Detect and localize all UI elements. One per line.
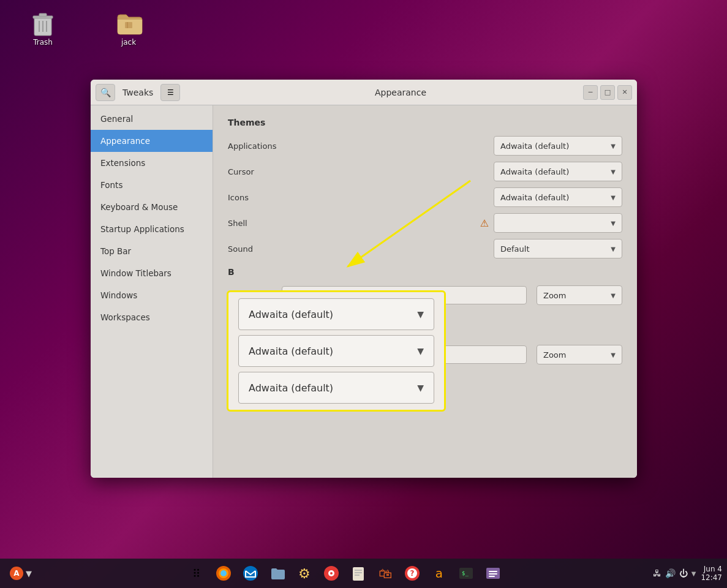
svg-text:?: ? xyxy=(410,569,414,578)
highlight-dropdown-1-arrow: ▼ xyxy=(417,309,424,319)
time-display: Jun 4 xyxy=(701,565,722,573)
window-body: General Appearance Extensions Fonts Keyb… xyxy=(91,105,637,478)
shell-dropdown-arrow: ▼ xyxy=(611,220,616,227)
maximize-button[interactable]: □ xyxy=(600,85,615,100)
network-icon: 🖧 xyxy=(653,568,661,578)
svg-text:$_: $_ xyxy=(462,570,469,576)
highlight-dropdown-2-value: Adwaita (default) xyxy=(249,345,333,357)
sidebar-item-general[interactable]: General xyxy=(91,108,213,130)
content-area: Themes Applications Adwaita (default) ▼ … xyxy=(213,105,637,478)
title-bar-left: 🔍 Tweaks ☰ xyxy=(96,84,218,101)
tweaks-title: Tweaks xyxy=(118,88,158,97)
software-button[interactable]: 🛍 xyxy=(373,561,397,586)
window-title: Appearance xyxy=(218,88,583,97)
title-bar: 🔍 Tweaks ☰ Appearance ─ □ ✕ xyxy=(91,80,637,105)
settings-button[interactable]: ⚙ xyxy=(292,561,317,586)
highlight-dropdown-3-value: Adwaita (default) xyxy=(249,382,333,394)
adjustment-dropdown-arrow: ▼ xyxy=(611,292,616,299)
adjustment-value: Zoom xyxy=(543,291,566,300)
clock: Jun 4 12:47 xyxy=(701,565,722,582)
tweaks-window: 🔍 Tweaks ☰ Appearance ─ □ ✕ General Appe… xyxy=(91,80,637,478)
sound-value: Default xyxy=(500,244,530,254)
background-title: B xyxy=(228,267,622,277)
lock-adjustment-value: Zoom xyxy=(543,350,566,360)
sidebar-item-appearance[interactable]: Appearance xyxy=(91,130,213,152)
files-button[interactable] xyxy=(265,561,290,586)
amazon-button[interactable]: a xyxy=(427,561,451,586)
applications-value: Adwaita (default) xyxy=(500,141,569,151)
ubuntu-logo: A xyxy=(10,567,23,580)
trash-label: Trash xyxy=(33,38,53,47)
sound-label: Sound xyxy=(228,244,301,254)
svg-point-12 xyxy=(220,570,227,576)
svg-rect-27 xyxy=(489,571,497,572)
themes-section-title: Themes xyxy=(228,118,622,127)
highlight-dropdown-2-arrow: ▼ xyxy=(417,346,424,356)
applications-dropdown-arrow: ▼ xyxy=(611,143,616,149)
sidebar: General Appearance Extensions Fonts Keyb… xyxy=(91,105,213,478)
sidebar-item-fonts[interactable]: Fonts xyxy=(91,174,213,196)
minimize-button[interactable]: ─ xyxy=(583,85,598,100)
power-icon[interactable]: ⏻ xyxy=(679,568,688,578)
app-grid-button[interactable]: ⠿ xyxy=(184,561,209,586)
terminal-button[interactable]: $_ xyxy=(454,561,478,586)
jack-folder-icon[interactable]: jack xyxy=(104,6,153,49)
window-controls: ─ □ ✕ xyxy=(583,85,632,100)
sidebar-item-keyboard[interactable]: Keyboard & Mouse xyxy=(91,196,213,218)
sidebar-item-workspaces[interactable]: Workspaces xyxy=(91,306,213,328)
taskbar-left: A ▼ xyxy=(5,564,37,582)
help-button[interactable]: ? xyxy=(400,561,424,586)
sidebar-item-topbar[interactable]: Top Bar xyxy=(91,240,213,262)
warning-icon: ⚠ xyxy=(480,217,489,229)
svg-rect-6 xyxy=(125,22,132,28)
sound-dropdown-arrow: ▼ xyxy=(611,246,616,252)
svg-rect-28 xyxy=(489,573,497,575)
sound-dropdown[interactable]: Default ▼ xyxy=(494,239,622,258)
ubuntu-dropdown-arrow: ▼ xyxy=(26,569,32,578)
highlight-dropdown-2[interactable]: Adwaita (default) ▼ xyxy=(238,335,434,367)
music-button[interactable] xyxy=(319,561,344,586)
volume-icon: 🔊 xyxy=(665,568,676,578)
highlight-dropdown-3[interactable]: Adwaita (default) ▼ xyxy=(238,372,434,404)
tweaks-button[interactable] xyxy=(481,561,505,586)
cursor-dropdown[interactable]: Adwaita (default) ▼ xyxy=(494,162,622,181)
search-button[interactable]: 🔍 xyxy=(96,84,115,101)
cursor-row: Cursor Adwaita (default) ▼ xyxy=(228,162,622,181)
lock-adjustment-dropdown-arrow: ▼ xyxy=(611,352,616,358)
text-editor-button[interactable] xyxy=(346,561,371,586)
icons-dropdown[interactable]: Adwaita (default) ▼ xyxy=(494,187,622,207)
thunderbird-button[interactable] xyxy=(238,561,263,586)
applications-label: Applications xyxy=(228,141,301,151)
close-button[interactable]: ✕ xyxy=(617,85,632,100)
highlight-overlay: Adwaita (default) ▼ Adwaita (default) ▼ … xyxy=(227,290,446,412)
svg-rect-17 xyxy=(353,567,364,581)
icons-label: Icons xyxy=(228,193,301,202)
shell-row: Shell ⚠ ▼ xyxy=(228,213,622,233)
lock-adjustment-dropdown[interactable]: Zoom ▼ xyxy=(537,345,622,364)
sidebar-item-startup[interactable]: Startup Applications xyxy=(91,218,213,240)
menu-button[interactable]: ☰ xyxy=(160,84,180,101)
taskbar-right: 🖧 🔊 ⏻ ▼ Jun 4 12:47 xyxy=(653,565,722,582)
taskbar-apps: ⠿ ⚙ 🛍 ? a $_ xyxy=(37,561,653,586)
adjustment-dropdown[interactable]: Zoom ▼ xyxy=(537,285,622,305)
highlight-dropdown-1[interactable]: Adwaita (default) ▼ xyxy=(238,298,434,330)
shell-dropdown[interactable]: ▼ xyxy=(494,213,622,233)
trash-icon[interactable]: Trash xyxy=(18,6,67,49)
sidebar-item-windows[interactable]: Windows xyxy=(91,284,213,306)
sidebar-item-extensions[interactable]: Extensions xyxy=(91,152,213,174)
cursor-dropdown-arrow: ▼ xyxy=(611,168,616,175)
date-display: 12:47 xyxy=(701,573,722,582)
sidebar-item-titlebars[interactable]: Window Titlebars xyxy=(91,262,213,284)
jack-label: jack xyxy=(121,38,136,47)
firefox-button[interactable] xyxy=(211,561,236,586)
applications-dropdown[interactable]: Adwaita (default) ▼ xyxy=(494,136,622,156)
ubuntu-button[interactable]: A ▼ xyxy=(5,564,37,582)
svg-rect-29 xyxy=(489,576,495,577)
power-dropdown-arrow: ▼ xyxy=(691,570,696,577)
trash-icon-img xyxy=(28,9,58,38)
cursor-value: Adwaita (default) xyxy=(500,167,569,176)
icons-dropdown-arrow: ▼ xyxy=(611,194,616,201)
svg-point-16 xyxy=(330,572,333,575)
highlight-dropdown-1-value: Adwaita (default) xyxy=(249,309,333,320)
icons-row: Icons Adwaita (default) ▼ xyxy=(228,187,622,207)
